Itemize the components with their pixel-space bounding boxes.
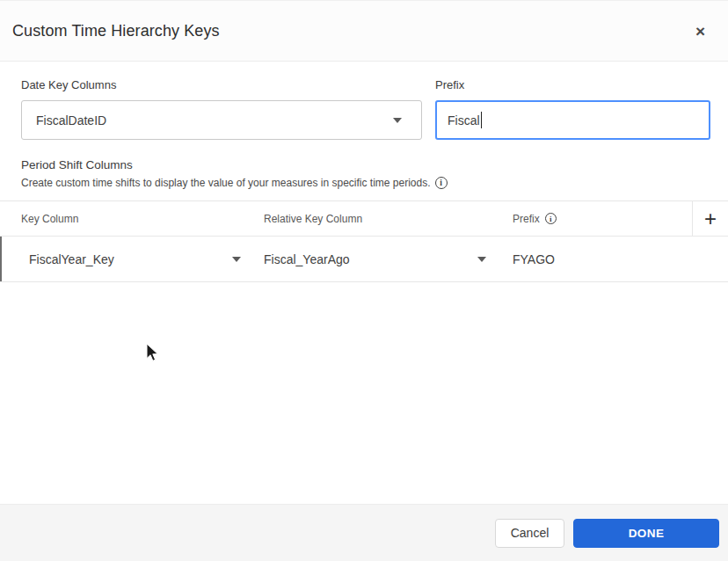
table-header-row: Key Column Relative Key Column Prefix i … xyxy=(0,200,728,237)
relative-key-column-value: Fiscal_YearAgo xyxy=(264,252,350,266)
relative-key-column-select[interactable]: Fiscal_YearAgo xyxy=(264,252,513,266)
header-key-column: Key Column xyxy=(0,213,264,225)
key-column-value: FiscalYear_Key xyxy=(29,252,114,266)
mouse-cursor-icon xyxy=(145,343,161,364)
header-prefix: Prefix i xyxy=(513,213,692,225)
add-row-cell: + xyxy=(692,201,728,236)
prefix-label: Prefix xyxy=(435,78,710,92)
row-prefix-value[interactable]: FYAGO xyxy=(513,252,692,266)
dialog-footer: Cancel DONE xyxy=(0,504,728,561)
done-button[interactable]: DONE xyxy=(573,519,719,548)
text-cursor xyxy=(481,112,483,128)
table-row: FiscalYear_Key Fiscal_YearAgo FYAGO xyxy=(0,237,728,282)
chevron-down-icon xyxy=(393,118,402,123)
chevron-down-icon xyxy=(477,257,486,262)
header-relative-key-column: Relative Key Column xyxy=(264,213,513,225)
prefix-input[interactable]: Fiscal xyxy=(435,100,710,140)
period-shift-title: Period Shift Columns xyxy=(21,158,710,172)
close-icon[interactable]: × xyxy=(692,19,709,43)
dialog-body: Date Key Columns FiscalDateID Prefix Fis… xyxy=(0,62,728,189)
dialog-title: Custom Time Hierarchy Keys xyxy=(12,22,220,40)
cancel-button[interactable]: Cancel xyxy=(495,519,564,548)
info-icon[interactable]: i xyxy=(545,213,557,224)
info-icon[interactable]: i xyxy=(435,177,448,189)
key-column-select[interactable]: FiscalYear_Key xyxy=(0,252,264,266)
date-key-field: Date Key Columns FiscalDateID xyxy=(21,78,422,140)
date-key-columns-value: FiscalDateID xyxy=(36,113,106,128)
dialog-header: Custom Time Hierarchy Keys × xyxy=(0,1,728,62)
period-shift-table: Key Column Relative Key Column Prefix i … xyxy=(0,200,728,282)
dialog-empty-area xyxy=(0,282,728,504)
add-row-button[interactable]: + xyxy=(704,208,717,230)
period-shift-description: Create custom time shifts to display the… xyxy=(21,176,710,189)
custom-time-hierarchy-dialog: Custom Time Hierarchy Keys × Date Key Co… xyxy=(0,0,728,561)
date-key-columns-select[interactable]: FiscalDateID xyxy=(21,100,422,140)
prefix-field: Prefix Fiscal xyxy=(435,78,710,140)
row-selection-indicator xyxy=(0,237,2,281)
prefix-input-value: Fiscal xyxy=(448,113,480,128)
chevron-down-icon xyxy=(232,257,241,262)
date-key-columns-label: Date Key Columns xyxy=(21,78,422,92)
